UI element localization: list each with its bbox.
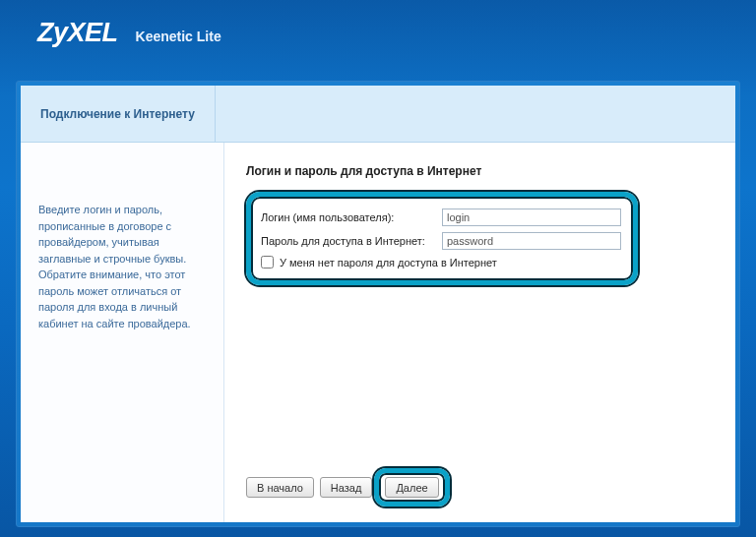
panel-frame: Подключение к Интернету Введите логин и … xyxy=(16,81,740,527)
product-name: Keenetic Lite xyxy=(136,29,221,44)
home-button[interactable]: В начало xyxy=(246,477,314,498)
next-button[interactable]: Далее xyxy=(385,477,438,498)
panel: Подключение к Интернету Введите логин и … xyxy=(21,86,735,522)
tab-internet-connection[interactable]: Подключение к Интернету xyxy=(21,86,216,142)
tab-label: Подключение к Интернету xyxy=(40,107,195,121)
login-label: Логин (имя пользователя): xyxy=(257,211,442,223)
sidebar-help: Введите логин и пароль, прописанные в до… xyxy=(21,143,224,522)
main-area: Логин и пароль для доступа в Интернет Ло… xyxy=(224,143,735,522)
help-text: Введите логин и пароль, прописанные в до… xyxy=(38,202,210,331)
row-login: Логин (имя пользователя): xyxy=(257,209,621,226)
content-area: Введите логин и пароль, прописанные в до… xyxy=(21,143,735,522)
no-password-checkbox[interactable] xyxy=(261,256,274,268)
highlight-next: Далее xyxy=(374,468,449,507)
row-no-password: У меня нет пароля для доступа в Интернет xyxy=(257,256,621,268)
section-title: Логин и пароль для доступа в Интернет xyxy=(246,164,710,178)
login-input[interactable] xyxy=(442,209,621,226)
highlight-form: Логин (имя пользователя): Пароль для дос… xyxy=(246,192,638,285)
brand-logo: ZyXEL xyxy=(37,18,118,48)
back-button[interactable]: Назад xyxy=(320,477,373,498)
footer-buttons: В начало Назад Далее xyxy=(246,458,710,507)
password-label: Пароль для доступа в Интернет: xyxy=(257,235,442,247)
no-password-label: У меня нет пароля для доступа в Интернет xyxy=(280,257,497,268)
password-input[interactable] xyxy=(442,232,621,250)
app-header: ZyXEL Keenetic Lite xyxy=(0,0,756,69)
row-password: Пароль для доступа в Интернет: xyxy=(257,232,621,250)
tabbar: Подключение к Интернету xyxy=(21,86,735,143)
